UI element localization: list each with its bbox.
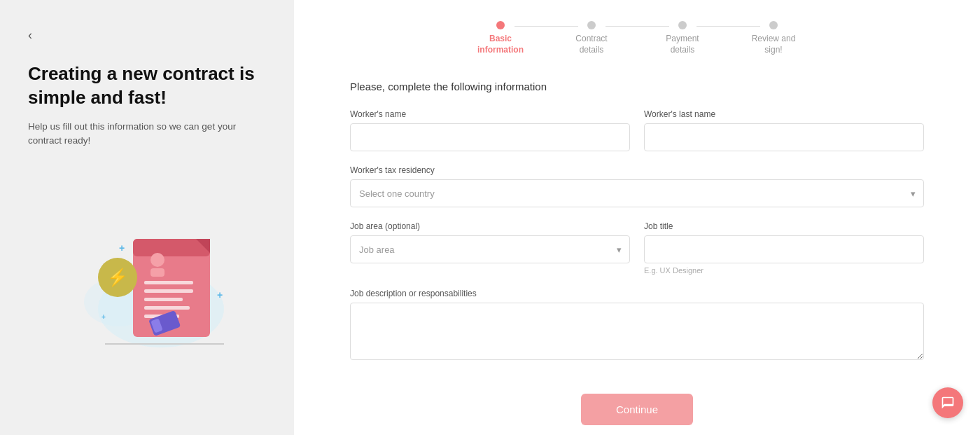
- tax-residency-label: Worker's tax residency: [350, 165, 924, 175]
- svg-rect-8: [144, 289, 193, 293]
- svg-rect-3: [133, 239, 210, 256]
- job-area-group: Job area (optional) Job area: [350, 221, 630, 275]
- chat-button[interactable]: [932, 387, 963, 418]
- job-area-label: Job area (optional): [350, 221, 630, 231]
- worker-lastname-label: Worker's last name: [644, 109, 924, 119]
- job-area-select[interactable]: Job area: [350, 235, 630, 263]
- left-title: Creating a new contract is simple and fa…: [28, 62, 266, 110]
- left-panel: ‹ Creating a new contract is simple and …: [0, 0, 294, 435]
- step-label-review: Review and sign!: [752, 34, 796, 55]
- step-dot-basic: [496, 21, 505, 29]
- step-basic-information[interactable]: Basic information: [455, 21, 546, 55]
- job-description-input[interactable]: [350, 303, 924, 360]
- svg-text:⚡: ⚡: [107, 267, 128, 287]
- job-row: Job area (optional) Job area Job title E…: [350, 221, 924, 275]
- worker-lastname-group: Worker's last name: [644, 109, 924, 151]
- svg-rect-10: [144, 306, 190, 310]
- tax-residency-select-wrapper: Select one country: [350, 179, 924, 207]
- name-row: Worker's name Worker's last name: [350, 109, 924, 151]
- svg-rect-9: [144, 298, 183, 301]
- job-title-hint: E.g. UX Designer: [644, 266, 924, 275]
- step-dot-contract: [587, 21, 596, 29]
- step-payment-details[interactable]: Payment details: [637, 21, 728, 55]
- job-description-group: Job description or responsabilities: [350, 289, 924, 360]
- step-label-contract: Contract details: [575, 34, 607, 55]
- tax-residency-group: Worker's tax residency Select one countr…: [350, 165, 924, 207]
- job-title-input[interactable]: [644, 235, 924, 263]
- tax-residency-select[interactable]: Select one country: [350, 179, 924, 207]
- job-title-label: Job title: [644, 221, 924, 231]
- step-contract-details[interactable]: Contract details: [546, 21, 637, 55]
- worker-lastname-input[interactable]: [644, 123, 924, 151]
- step-dot-review: [769, 21, 778, 29]
- job-description-label: Job description or responsabilities: [350, 289, 924, 298]
- right-panel: Basic information Contract details Payme…: [294, 0, 980, 435]
- continue-button[interactable]: Continue: [581, 394, 693, 425]
- step-review-sign[interactable]: Review and sign!: [728, 21, 819, 55]
- step-label-basic: Basic information: [477, 34, 524, 55]
- back-button[interactable]: ‹: [28, 28, 32, 43]
- stepper: Basic information Contract details Payme…: [350, 21, 924, 55]
- illustration: ⚡ + + +: [28, 162, 266, 414]
- worker-name-input[interactable]: [350, 123, 630, 151]
- svg-rect-6: [150, 268, 164, 277]
- svg-text:+: +: [102, 313, 106, 321]
- svg-text:+: +: [119, 242, 125, 254]
- step-label-payment: Payment details: [666, 34, 699, 55]
- svg-rect-7: [144, 281, 193, 284]
- job-area-select-wrapper: Job area: [350, 235, 630, 263]
- svg-text:+: +: [217, 289, 223, 301]
- left-subtitle: Help us fill out this information so we …: [28, 120, 266, 149]
- step-dot-payment: [678, 21, 687, 29]
- job-description-row: Job description or responsabilities: [350, 289, 924, 360]
- worker-name-label: Worker's name: [350, 109, 630, 119]
- form-heading: Please, complete the following informati…: [350, 81, 924, 92]
- job-title-group: Job title E.g. UX Designer: [644, 221, 924, 275]
- tax-residency-row: Worker's tax residency Select one countr…: [350, 165, 924, 207]
- svg-point-5: [150, 253, 164, 267]
- worker-name-group: Worker's name: [350, 109, 630, 151]
